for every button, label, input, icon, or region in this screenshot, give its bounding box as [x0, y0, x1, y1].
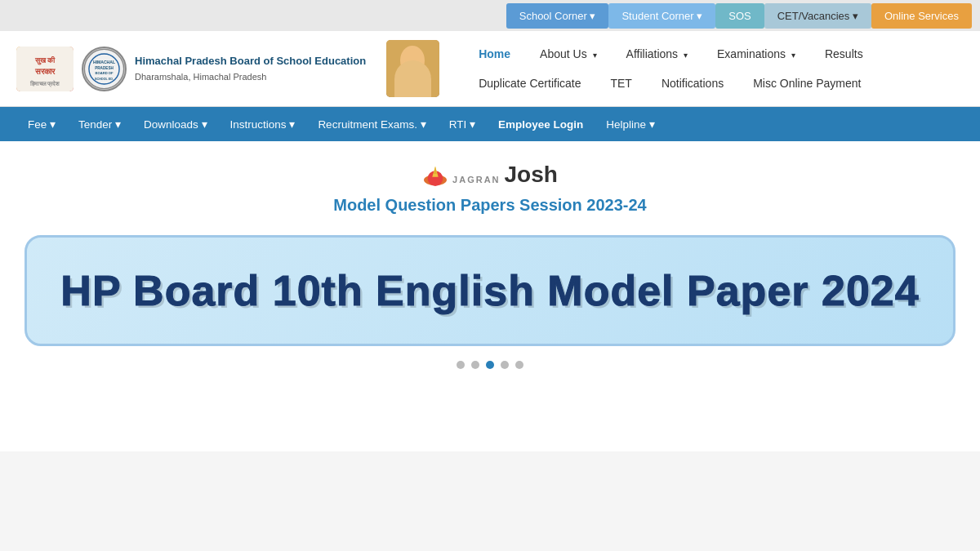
main-navigation: Home About Us ▾ Affiliations ▾ Examinati… — [439, 39, 964, 98]
student-corner-btn[interactable]: Student Corner ▾ — [608, 3, 715, 29]
nav-tet[interactable]: TET — [595, 73, 646, 93]
jagran-josh-brand: JAGRAN Josh — [422, 162, 558, 188]
nav-recruitment[interactable]: Recruitment Exams. ▾ — [306, 109, 437, 139]
dot-1[interactable] — [457, 361, 465, 369]
top-navigation: School Corner ▾ Student Corner ▾ SOS CET… — [0, 0, 980, 31]
jagran-label: JAGRAN — [452, 175, 500, 184]
cet-vacancies-btn[interactable]: CET/Vacancies ▾ — [764, 3, 871, 29]
nav-instructions[interactable]: Instructions ▾ — [219, 109, 307, 139]
main-content: JAGRAN Josh Model Question Papers Sessio… — [0, 141, 980, 451]
nav-fee[interactable]: Fee ▾ — [16, 109, 67, 139]
svg-text:SCHOOL ED.: SCHOOL ED. — [95, 77, 114, 80]
svg-text:BOARD OF: BOARD OF — [95, 71, 114, 75]
sukh-sarkar-logo: सुख की सरकार हिमाचल प्रदेश — [16, 47, 74, 91]
nav-employee-login[interactable]: Employee Login — [487, 110, 595, 139]
nav-row-1: Home About Us ▾ Affiliations ▾ Examinati… — [464, 39, 964, 69]
nav-home[interactable]: Home — [464, 44, 525, 64]
minister-photo — [386, 40, 439, 97]
main-banner: HP Board 10th English Model Paper 2024 — [24, 235, 956, 346]
nav-notifications[interactable]: Notifications — [647, 73, 738, 93]
dot-2[interactable] — [471, 361, 479, 369]
nav-affiliations[interactable]: Affiliations ▾ — [612, 44, 702, 64]
org-name-text: Himachal Pradesh Board of School Educati… — [135, 53, 366, 84]
nav-examinations[interactable]: Examinations ▾ — [702, 44, 810, 64]
nav-about[interactable]: About Us ▾ — [525, 44, 611, 64]
secondary-navigation: Fee ▾ Tender ▾ Downloads ▾ Instructions … — [0, 107, 980, 141]
nav-rti[interactable]: RTI ▾ — [438, 109, 487, 139]
sos-btn[interactable]: SOS — [715, 3, 764, 29]
hpbose-logo: HIMACHAL PRADESH BOARD OF SCHOOL ED. — [82, 47, 127, 91]
nav-downloads[interactable]: Downloads ▾ — [132, 109, 219, 139]
dot-4[interactable] — [501, 361, 509, 369]
nav-results[interactable]: Results — [810, 44, 878, 64]
svg-point-13 — [403, 48, 422, 64]
online-services-btn[interactable]: Online Services — [871, 3, 972, 29]
site-header: सुख की सरकार हिमाचल प्रदेश HIMACHAL PRAD… — [0, 31, 980, 107]
josh-hat-icon — [422, 163, 448, 186]
nav-misc-payment[interactable]: Misc Online Payment — [738, 73, 875, 93]
nav-tender[interactable]: Tender ▾ — [67, 109, 132, 139]
nav-row-2: Duplicate Certificate TET Notifications … — [464, 69, 964, 98]
school-corner-btn[interactable]: School Corner ▾ — [506, 3, 609, 29]
nav-helpline[interactable]: Helpline ▾ — [595, 109, 666, 139]
svg-text:HIMACHAL: HIMACHAL — [93, 59, 115, 64]
dot-3[interactable] — [486, 361, 494, 369]
josh-label: Josh — [505, 162, 558, 188]
page-subtitle: Model Question Papers Session 2023-24 — [16, 196, 964, 215]
svg-text:सरकार: सरकार — [34, 67, 56, 76]
logo-section: सुख की सरकार हिमाचल प्रदेश HIMACHAL PRAD… — [16, 39, 439, 98]
svg-text:सुख की: सुख की — [34, 56, 56, 65]
svg-text:PRADESH: PRADESH — [95, 65, 114, 69]
banner-title-text: HP Board 10th English Model Paper 2024 — [43, 266, 937, 315]
svg-text:हिमाचल प्रदेश: हिमाचल प्रदेश — [29, 80, 60, 87]
dot-5[interactable] — [515, 361, 523, 369]
pagination-dots — [16, 361, 964, 369]
nav-duplicate-cert[interactable]: Duplicate Certificate — [464, 73, 595, 93]
svg-rect-12 — [394, 74, 431, 97]
